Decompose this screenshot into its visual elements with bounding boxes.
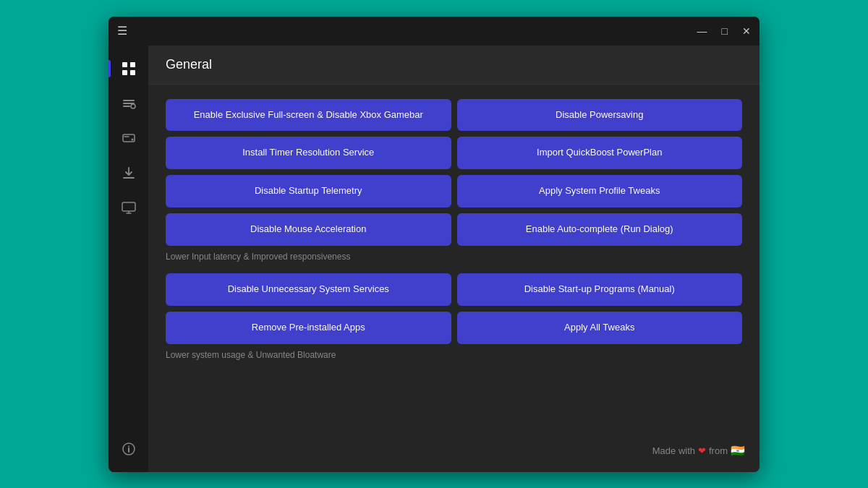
svg-rect-3 (130, 70, 135, 75)
titlebar-left: ☰ (117, 24, 127, 38)
button-group-1: Enable Exclusive Full-screen & Disable X… (166, 99, 742, 247)
sidebar-item-grid[interactable] (114, 54, 143, 83)
close-button[interactable]: ✕ (742, 25, 751, 37)
btn-autocomplete[interactable]: Enable Auto-complete (Run Dialog) (457, 213, 743, 246)
download-icon (122, 166, 136, 180)
sidebar-item-download[interactable] (114, 158, 143, 187)
svg-point-9 (131, 138, 133, 140)
footer-text: Made with (652, 445, 695, 456)
btn-fullscreen[interactable]: Enable Exclusive Full-screen & Disable X… (166, 99, 451, 132)
sidebar-item-monitor[interactable] (114, 193, 143, 222)
content-area: General Enable Exclusive Full-screen & D… (148, 46, 760, 472)
sidebar-item-drive[interactable] (114, 124, 143, 153)
svg-rect-0 (122, 62, 127, 67)
svg-rect-12 (122, 202, 135, 211)
content-header: General (148, 46, 760, 85)
monitor-icon (122, 200, 136, 215)
svg-rect-2 (122, 70, 127, 75)
btn-quickboost[interactable]: Import QuickBoost PowerPlan (457, 137, 743, 169)
sidebar (109, 46, 148, 472)
footer-text2: from (709, 445, 728, 456)
main-area: General Enable Exclusive Full-screen & D… (109, 46, 760, 472)
titlebar-controls: — □ ✕ (697, 25, 751, 37)
drive-icon (122, 131, 136, 145)
page-title: General (166, 57, 742, 72)
btn-alltweaks[interactable]: Apply All Tweaks (457, 312, 743, 344)
content-wrapper: General Enable Exclusive Full-screen & D… (148, 46, 760, 472)
content-body: Enable Exclusive Full-screen & Disable X… (148, 85, 760, 386)
heart-icon: ❤ (698, 445, 706, 456)
flag-icon: 🇮🇳 (731, 444, 745, 458)
button-group-2: Disable Unnecessary System Services Disa… (166, 273, 742, 344)
grid-icon (122, 61, 136, 76)
main-window: ☰ — □ ✕ (109, 17, 760, 472)
section1-label: Lower Input latency & Improved responsiv… (166, 252, 742, 262)
svg-rect-8 (123, 134, 135, 142)
info-icon (122, 442, 136, 456)
svg-point-17 (128, 445, 129, 447)
sidebar-item-info[interactable] (114, 435, 143, 463)
btn-timer[interactable]: Install Timer Resolution Service (166, 137, 451, 169)
menu-icon[interactable]: ☰ (117, 24, 127, 38)
btn-mouse[interactable]: Disable Mouse Acceleration (166, 213, 451, 246)
btn-startup[interactable]: Disable Start-up Programs (Manual) (457, 273, 743, 306)
btn-preinstalled[interactable]: Remove Pre-installed Apps (166, 312, 451, 344)
svg-rect-6 (123, 106, 130, 107)
btn-powersaving[interactable]: Disable Powersaving (457, 99, 743, 132)
tools-icon (122, 96, 136, 111)
svg-rect-1 (130, 62, 135, 67)
svg-point-7 (131, 104, 135, 108)
svg-rect-4 (123, 100, 135, 101)
sidebar-item-tools[interactable] (114, 89, 143, 118)
footer: Made with ❤ from 🇮🇳 (652, 444, 745, 458)
minimize-button[interactable]: — (697, 25, 707, 37)
btn-telemetry[interactable]: Disable Startup Telemetry (166, 175, 451, 207)
titlebar: ☰ — □ ✕ (109, 17, 760, 46)
maximize-button[interactable]: □ (722, 25, 728, 37)
section2-label: Lower system usage & Unwanted Bloatware (166, 350, 742, 360)
btn-services[interactable]: Disable Unnecessary System Services (166, 273, 451, 306)
btn-profile[interactable]: Apply System Profile Tweaks (457, 175, 743, 207)
